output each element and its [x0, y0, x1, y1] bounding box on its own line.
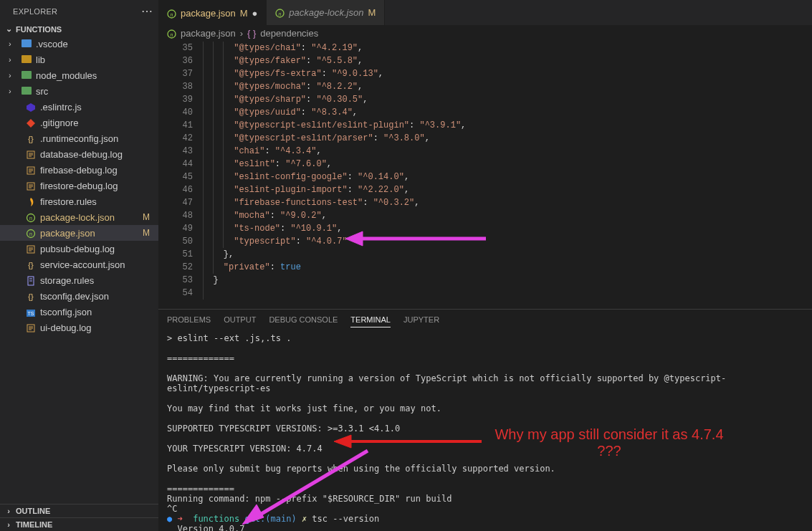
tree-file[interactable]: .gitignore — [0, 115, 158, 130]
tabbar: n package.json M●n package-lock.json M — [158, 0, 812, 25]
tree-folder[interactable]: ›src — [0, 83, 158, 99]
code-line[interactable]: "@typescript-eslint/eslint-plugin": "^3.… — [203, 119, 812, 132]
tree-item-label: .gitignore — [40, 118, 78, 128]
panel-tabs: PROBLEMSOUTPUTDEBUG CONSOLETERMINALJUPYT… — [158, 310, 812, 330]
panel-tab-output[interactable]: OUTPUT — [224, 315, 256, 327]
code-line[interactable]: "typescript": "^4.0.7" — [203, 235, 812, 248]
tree-item-label: .vscode — [36, 39, 68, 49]
dirty-indicator-icon: ● — [252, 8, 257, 19]
npm-icon: n — [24, 211, 37, 223]
panel-tab-jupyter[interactable]: JUPYTER — [403, 315, 439, 327]
chevron-right-icon: › — [4, 520, 13, 529]
tree-file[interactable]: pubsub-debug.log — [0, 241, 158, 257]
log-icon — [24, 180, 37, 191]
json-icon: {} — [24, 133, 37, 144]
json-icon: {} — [24, 259, 37, 270]
tree-item-label: firestore.rules — [40, 196, 97, 207]
tree-item-label: tsconfig.dev.json — [40, 291, 109, 302]
code-line[interactable]: "@types/sharp": "^0.30.5", — [203, 93, 812, 106]
tree-file[interactable]: .eslintrc.js — [0, 99, 158, 115]
code-line[interactable]: "@types/mocha": "^8.2.2", — [203, 80, 812, 93]
log-icon — [24, 322, 37, 333]
code-line[interactable]: "private": true — [203, 261, 812, 274]
json-icon: {} — [24, 290, 37, 302]
tree-folder[interactable]: ›.vscode — [0, 36, 158, 52]
chevron-right-icon: › — [9, 55, 17, 64]
tree-file[interactable]: npackage.jsonM — [0, 225, 158, 241]
code-line[interactable]: "chai": "^4.3.4", — [203, 145, 812, 158]
explorer-more-icon[interactable]: ⋯ — [141, 4, 153, 18]
npm-icon: n — [275, 7, 285, 18]
breadcrumb[interactable]: n package.json › { } dependencies — [158, 25, 812, 42]
code-line[interactable]: "firebase-functions-test": "^0.3.2", — [203, 196, 812, 209]
editor[interactable]: 3536373839404142434445464748495051525354… — [158, 42, 812, 309]
panel-tab-terminal[interactable]: TERMINAL — [350, 315, 391, 327]
git-status-badge: M — [143, 228, 153, 238]
annotation-text: Why my app still consider it as 4.7.4 ??… — [487, 426, 731, 459]
log-icon — [24, 148, 37, 160]
chevron-right-icon: › — [240, 28, 243, 39]
file-tree: ›.vscode›lib›node_modules›src.eslintrc.j… — [0, 36, 158, 504]
tab-package-lock-json[interactable]: n package-lock.json M — [267, 0, 385, 25]
tree-item-label: firestore-debug.log — [40, 181, 118, 191]
tree-file[interactable]: firestore.rules — [0, 193, 158, 209]
code-line[interactable]: "@types/uuid": "^8.3.4", — [203, 106, 812, 119]
tree-file[interactable]: {}service-account.json — [0, 257, 158, 272]
code-line[interactable]: "ts-node": "^10.9.1", — [203, 222, 812, 235]
tree-item-label: .runtimeconfig.json — [40, 133, 118, 144]
tree-folder[interactable]: ›node_modules — [0, 67, 158, 83]
svg-text:n: n — [29, 216, 32, 221]
tree-folder[interactable]: ›lib — [0, 52, 158, 67]
npm-icon: n — [167, 7, 176, 18]
folder-icon — [20, 86, 33, 97]
panel-tab-problems[interactable]: PROBLEMS — [167, 315, 211, 327]
tree-file[interactable]: npackage-lock.jsonM — [0, 209, 158, 225]
project-section-header[interactable]: ⌄ FUNCTIONS — [0, 22, 158, 36]
svg-text:TS: TS — [28, 311, 34, 316]
code-line[interactable]: "eslint": "^7.6.0", — [203, 158, 812, 171]
code-line[interactable]: }, — [203, 248, 812, 261]
log-icon — [24, 164, 37, 176]
panel-tab-debug-console[interactable]: DEBUG CONSOLE — [269, 315, 338, 327]
code-line[interactable]: "@types/chai": "^4.2.19", — [203, 42, 812, 54]
code-line[interactable] — [203, 287, 812, 300]
tree-file[interactable]: firestore-debug.log — [0, 178, 158, 193]
breadcrumb-path: dependencies — [260, 28, 318, 39]
outline-section[interactable]: › OUTLINE — [0, 504, 158, 517]
tree-file[interactable]: {}tsconfig.dev.json — [0, 288, 158, 304]
code-line[interactable]: "@typescript-eslint/parser": "^3.8.0", — [203, 132, 812, 145]
timeline-section[interactable]: › TIMELINE — [0, 517, 158, 531]
tree-file[interactable]: database-debug.log — [0, 146, 158, 162]
tsconfig-icon: TS — [24, 306, 37, 317]
tree-file[interactable]: firebase-debug.log — [0, 162, 158, 178]
chevron-down-icon: ⌄ — [4, 24, 13, 34]
git-status-badge: M — [368, 7, 376, 18]
tree-file[interactable]: ui-debug.log — [0, 320, 158, 335]
code-line[interactable]: "eslint-config-google": "^0.14.0", — [203, 171, 812, 183]
code-line[interactable]: "@types/fs-extra": "^9.0.13", — [203, 67, 812, 80]
tree-item-label: package-lock.json — [40, 212, 115, 223]
fire-icon — [24, 196, 37, 207]
code-line[interactable]: } — [203, 274, 812, 287]
tree-file[interactable]: storage.rules — [0, 272, 158, 288]
svg-text:n: n — [279, 11, 282, 16]
chevron-right-icon: › — [9, 71, 17, 80]
chevron-right-icon: › — [9, 87, 17, 95]
tree-item-label: ui-debug.log — [40, 322, 92, 333]
svg-text:{}: {} — [28, 261, 34, 269]
folder-icon — [20, 70, 33, 81]
tree-file[interactable]: {}.runtimeconfig.json — [0, 130, 158, 146]
tree-file[interactable]: TStsconfig.json — [0, 304, 158, 320]
bottom-panel: PROBLEMSOUTPUTDEBUG CONSOLETERMINALJUPYT… — [158, 309, 812, 531]
tree-item-label: storage.rules — [40, 275, 94, 286]
folder-icon — [20, 54, 33, 65]
tab-package-json[interactable]: n package.json M● — [158, 0, 267, 25]
code-line[interactable]: "@types/faker": "^5.5.8", — [203, 54, 812, 67]
npm-icon: n — [167, 28, 176, 39]
code-line[interactable]: "eslint-plugin-import": "^2.22.0", — [203, 183, 812, 196]
code-line[interactable]: "mocha": "^9.0.2", — [203, 209, 812, 222]
code-area[interactable]: "@types/chai": "^4.2.19", "@types/faker"… — [203, 42, 812, 309]
svg-marker-1 — [27, 119, 35, 128]
log-icon — [24, 243, 37, 254]
tree-item-label: src — [36, 86, 48, 97]
